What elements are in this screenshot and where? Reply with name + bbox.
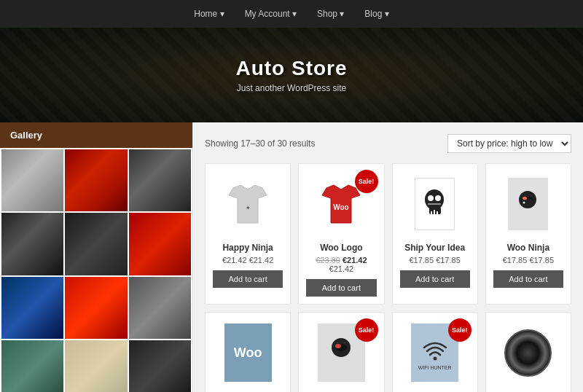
product-card-happy-ninja: ✦ Happy Ninja €21.42 €21.42 Add to cart [205,163,291,305]
svg-point-20 [433,356,437,360]
product-img-ninja-poster: Sale! [306,320,376,385]
poster-ninja-img [508,171,548,237]
results-text: Showing 17–30 of 30 results [205,138,315,149]
product-price-woo-logo: €23.80 €21.42 €21.42 [306,256,376,273]
gallery-item[interactable] [1,213,63,275]
gallery-item[interactable] [1,340,63,392]
product-name-woo-ninja: Woo Ninja [493,243,563,253]
product-card-woo-ninja: Woo Ninja €17.85 €17.85 Add to cart [485,163,571,305]
tshirt-gray-img: ✦ [226,182,270,226]
product-price-ship-your-idea: €17.85 €17.85 [400,256,470,264]
poster-skull-img [415,178,455,230]
sidebar: Gallery [0,122,193,392]
svg-point-6 [428,195,434,201]
svg-text:Woo: Woo [334,203,349,211]
product-img-woo-logo: Sale! Woo [306,171,376,237]
product-card-woo-poster: Woo Woo Poster [205,312,291,392]
svg-text:✦: ✦ [246,205,251,211]
svg-marker-0 [229,185,267,223]
content-header: Showing 17–30 of 30 results Sort by pric… [205,134,571,153]
add-to-cart-btn-woo-ninja[interactable]: Add to cart [493,270,563,288]
navbar: Home ▾ My Account ▾ Shop ▾ Blog ▾ [0,0,583,28]
svg-point-19 [335,344,341,348]
sale-badge: Sale! [355,170,378,193]
nav-home[interactable]: Home ▾ [184,0,234,28]
product-img-woo-ninja [493,171,563,237]
nav-shop[interactable]: Shop ▾ [307,0,354,28]
product-name-happy-ninja: Happy Ninja [213,243,283,253]
gallery-item[interactable] [1,277,63,339]
gallery-item[interactable] [65,213,127,275]
main-content: Showing 17–30 of 30 results Sort by pric… [193,122,583,392]
gallery-item[interactable] [129,340,191,392]
hero-section: Auto Store Just another WordPress site [0,28,583,122]
poster-woo-img: Woo [224,324,272,382]
product-price-woo-ninja: €17.85 €17.85 [493,256,563,264]
product-price-happy-ninja: €21.42 €21.42 [213,256,283,264]
product-img-ship-your-idea [400,171,470,237]
nav-blog[interactable]: Blog ▾ [354,0,399,28]
gallery-item[interactable] [65,340,127,392]
add-to-cart-btn-happy-ninja[interactable]: Add to cart [213,270,283,288]
product-card-vinyl: Vinyl [485,312,571,392]
products-grid-row2: Woo Woo Poster Sale! Ninja Poster Sale! [205,312,571,392]
gallery-item[interactable] [1,149,63,211]
product-name-woo-logo: Woo Logo [306,243,376,253]
gallery-item[interactable] [65,149,127,211]
gallery-item[interactable] [65,277,127,339]
gallery-grid [0,148,192,392]
main-container: Gallery Showing 17–30 of 30 results Sort… [0,122,583,392]
product-img-woo-poster: Woo [213,320,283,385]
sale-badge: Sale! [448,318,472,342]
product-card-woo-logo: Sale! Woo Woo Logo €23.80 €21.42 €21.42 … [298,163,384,305]
product-card-ninja-poster: Sale! Ninja Poster [298,312,384,392]
gallery-item[interactable] [129,149,191,211]
hero-text: Auto Store Just another WordPress site [235,57,347,93]
gallery-item[interactable] [129,277,191,339]
product-img-happy-ninja: ✦ [213,171,283,237]
svg-point-4 [425,189,444,210]
product-card-wifi-poster: Sale! WIFI HUNTER Wifi Poster [392,312,478,392]
sidebar-title: Gallery [0,122,192,148]
add-to-cart-btn-woo-logo[interactable]: Add to cart [306,279,376,297]
product-card-ship-your-idea: Ship Your Idea €17.85 €17.85 Add to cart [392,163,478,305]
site-title: Auto Store [235,57,347,80]
product-img-vinyl [493,320,563,385]
product-img-wifi-poster: Sale! WIFI HUNTER [400,320,470,385]
sale-badge: Sale! [355,318,378,342]
nav-my-account[interactable]: My Account ▾ [235,0,307,28]
add-to-cart-btn-ship-your-idea[interactable]: Add to cart [400,270,470,288]
svg-point-7 [435,195,441,201]
sort-select[interactable]: Sort by price: high to lowSort by price:… [447,134,571,153]
gallery-item[interactable] [129,213,191,275]
product-name-ship-your-idea: Ship Your Idea [400,243,470,253]
svg-point-15 [523,197,527,200]
vinyl-img [504,329,552,377]
tshirt-red-img: Woo [319,182,363,226]
products-grid-row1: ✦ Happy Ninja €21.42 €21.42 Add to cart … [205,163,571,305]
svg-point-16 [523,201,525,203]
site-subtitle: Just another WordPress site [235,83,347,93]
